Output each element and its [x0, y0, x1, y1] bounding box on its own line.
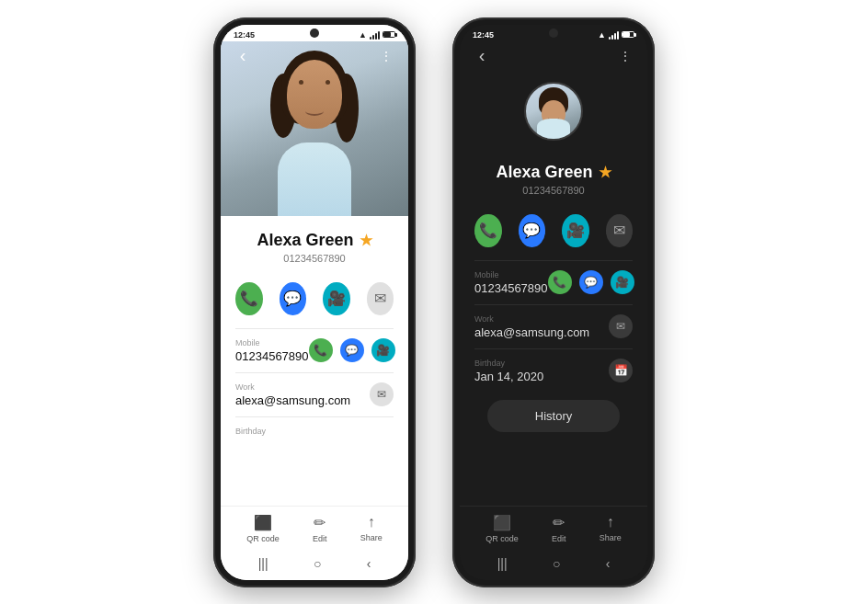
mobile-video-btn-dark[interactable]: 🎥 [611, 270, 634, 294]
bottom-nav-dark: ||| ○ ‹ [460, 551, 647, 580]
recent-btn-dark[interactable]: ||| [497, 556, 508, 571]
edit-toolbar-light[interactable]: ✏ Edit [313, 514, 327, 543]
back-button-dark[interactable]: ‹ [471, 45, 493, 67]
mobile-call-btn-dark[interactable]: 📞 [548, 270, 572, 294]
edit-label-dark: Edit [552, 534, 566, 543]
back-btn-dark[interactable]: ‹ [606, 556, 611, 571]
dark-phone-screen: 12:45 ▲ ‹ ⋮ [460, 25, 647, 580]
contact-number-light: 01234567890 [235, 253, 394, 264]
work-value-light: alexa@samsung.com [235, 393, 370, 407]
work-label-light: Work [235, 382, 370, 392]
status-time-dark: 12:45 [473, 30, 494, 40]
name-text-dark: Alexa Green [496, 163, 592, 182]
birthday-detail-dark: Birthday Jan 14, 2020 📅 [460, 349, 647, 393]
contact-card-light: Alexa Green ★ 01234567890 📞 💬 🎥 ✉ Mobile… [221, 216, 408, 506]
star-icon-dark: ★ [599, 164, 611, 181]
bottom-toolbar-light: ⬛ QR code ✏ Edit ↑ Share [221, 506, 408, 551]
dark-top-nav: ‹ ⋮ [460, 41, 647, 71]
work-value-dark: alexa@samsung.com [474, 325, 609, 339]
work-mail-btn-dark[interactable]: ✉ [609, 314, 633, 338]
more-button-dark[interactable]: ⋮ [614, 45, 636, 67]
share-label-light: Share [360, 533, 383, 542]
dark-phone: 12:45 ▲ ‹ ⋮ [452, 17, 655, 587]
contact-header-light: Alexa Green ★ 01234567890 [221, 216, 408, 273]
mail-action-light[interactable]: ✉ [367, 282, 394, 315]
share-label-dark: Share [600, 533, 622, 542]
birthday-value-dark: Jan 14, 2020 [474, 370, 609, 383]
status-bar-light: 12:45 ▲ [221, 25, 408, 41]
back-btn-light[interactable]: ‹ [367, 556, 371, 571]
action-row-light: 📞 💬 🎥 ✉ [221, 273, 408, 328]
video-action-light[interactable]: 🎥 [323, 282, 350, 315]
mobile-label-light: Mobile [235, 338, 309, 348]
bottom-toolbar-dark: ⬛ QR code ✏ Edit ↑ Share [460, 506, 647, 551]
mobile-msg-btn-dark[interactable]: 💬 [579, 270, 603, 294]
home-btn-dark[interactable]: ○ [553, 556, 560, 571]
qr-label-light: QR code [246, 534, 280, 543]
mobile-detail-light: Mobile 01234567890 📞 💬 🎥 [221, 329, 408, 372]
qr-toolbar-dark[interactable]: ⬛ QR code [485, 514, 519, 543]
mobile-label-dark: Mobile [474, 270, 548, 279]
wifi-icon-light: ▲ [359, 30, 367, 40]
light-phone-screen: 12:45 ▲ ‹ ⋮ [221, 25, 408, 580]
message-action-dark[interactable]: 💬 [519, 214, 546, 247]
home-btn-light[interactable]: ○ [314, 556, 321, 571]
mobile-video-btn-light[interactable]: 🎥 [371, 338, 395, 362]
battery-icon-light [383, 31, 395, 38]
light-phone: 12:45 ▲ ‹ ⋮ [213, 17, 416, 587]
birthday-actions-dark: 📅 [609, 359, 633, 382]
call-action-light[interactable]: 📞 [235, 282, 263, 315]
wifi-icon-dark: ▲ [598, 30, 606, 40]
birthday-cal-btn-dark[interactable]: 📅 [609, 359, 633, 382]
call-action-dark[interactable]: 📞 [474, 214, 502, 247]
share-icon-dark: ↑ [607, 514, 614, 530]
share-icon-light: ↑ [368, 514, 375, 530]
message-action-light[interactable]: 💬 [280, 282, 307, 315]
status-bar-dark: 12:45 ▲ [460, 25, 647, 41]
bottom-nav-light: ||| ○ ‹ [221, 551, 408, 580]
share-toolbar-dark[interactable]: ↑ Share [600, 514, 622, 542]
action-row-dark: 📞 💬 🎥 ✉ [460, 205, 647, 260]
body [278, 142, 351, 216]
back-button-light[interactable]: ‹ [232, 45, 254, 67]
qr-toolbar-light[interactable]: ⬛ QR code [246, 514, 280, 543]
video-action-dark[interactable]: 🎥 [562, 214, 589, 247]
mobile-call-btn-light[interactable]: 📞 [309, 338, 333, 362]
status-icons-dark: ▲ [598, 30, 634, 40]
work-label-dark: Work [474, 314, 609, 324]
mobile-actions-dark: 📞 💬 🎥 [548, 270, 634, 294]
birthday-label-light: Birthday [235, 427, 394, 436]
history-button-dark[interactable]: History [487, 400, 620, 432]
star-icon-light: ★ [360, 232, 372, 249]
work-actions-dark: ✉ [609, 314, 633, 338]
recent-btn-light[interactable]: ||| [258, 556, 268, 571]
work-detail-dark: Work alexa@samsung.com ✉ [460, 305, 647, 348]
birthday-label-dark: Birthday [474, 359, 609, 368]
mail-action-dark[interactable]: ✉ [606, 214, 634, 247]
qr-label-dark: QR code [485, 534, 519, 543]
work-actions-light: ✉ [370, 382, 394, 406]
status-icons-light: ▲ [359, 30, 395, 40]
mobile-value-light: 01234567890 [235, 349, 309, 363]
edit-icon-light: ✏ [314, 514, 326, 531]
contact-name-light: Alexa Green ★ [235, 231, 394, 250]
mobile-detail-dark: Mobile 01234567890 📞 💬 🎥 [460, 261, 647, 304]
more-button-light[interactable]: ⋮ [375, 45, 397, 67]
edit-toolbar-dark[interactable]: ✏ Edit [552, 514, 566, 543]
birthday-detail-light: Birthday [221, 417, 408, 447]
signal-icon-light [370, 30, 380, 40]
edit-label-light: Edit [313, 534, 327, 543]
share-toolbar-light[interactable]: ↑ Share [360, 514, 383, 542]
work-mail-btn-light[interactable]: ✉ [370, 382, 394, 406]
mobile-msg-btn-light[interactable]: 💬 [340, 338, 364, 362]
work-detail-light: Work alexa@samsung.com ✉ [221, 373, 408, 416]
signal-icon-dark [609, 30, 619, 40]
light-top-nav: ‹ ⋮ [221, 41, 408, 71]
contact-card-dark: Alexa Green ★ 01234567890 📞 💬 🎥 ✉ Mobile… [460, 71, 647, 506]
edit-icon-dark: ✏ [553, 514, 565, 531]
status-time-light: 12:45 [234, 30, 255, 40]
battery-icon-dark [622, 31, 634, 38]
hero-photo: ‹ ⋮ [221, 41, 408, 216]
avatar-dark [524, 82, 583, 141]
contact-header-dark: Alexa Green ★ 01234567890 [460, 148, 647, 205]
